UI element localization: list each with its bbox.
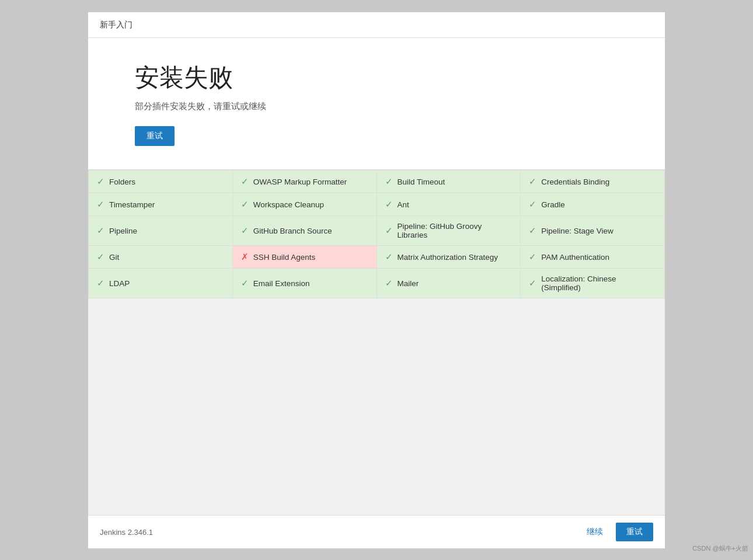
plugin-cell: ✓Email Extension (233, 269, 377, 298)
plugin-cell: ✓Folders (89, 171, 233, 193)
check-icon: ✓ (529, 199, 536, 210)
plugin-cell: ✓PAM Authentication (521, 246, 665, 269)
plugin-cell: ✓Build Timeout (377, 171, 521, 193)
plugin-name: Pipeline (109, 227, 137, 235)
check-icon: ✓ (97, 199, 104, 210)
content-spacer (88, 298, 665, 515)
plugin-cell: ✓Matrix Authorization Strategy (377, 246, 521, 269)
plugin-name: Gradle (541, 200, 565, 209)
plugin-cell: ✓Workspace Cleanup (233, 193, 377, 216)
plugin-name: OWASP Markup Formatter (253, 178, 347, 186)
plugin-cell: ✓Pipeline (89, 216, 233, 246)
plugin-cell: ✓Gradle (521, 193, 665, 216)
plugin-cell: ✓LDAP (89, 269, 233, 298)
jenkins-version: Jenkins 2.346.1 (100, 528, 153, 537)
plugin-name: Timestamper (109, 200, 155, 209)
plugin-cell: ✓OWASP Markup Formatter (233, 171, 377, 193)
plugin-name: Pipeline: GitHub Groovy Libraries (398, 222, 513, 239)
plugin-grid: ✓Folders✓OWASP Markup Formatter✓Build Ti… (88, 170, 665, 298)
check-icon: ✓ (529, 176, 536, 187)
retry-button-footer[interactable]: 重试 (616, 523, 653, 541)
check-icon: ✓ (97, 252, 104, 262)
check-icon: ✓ (241, 199, 249, 210)
plugin-cell: ✓Mailer (377, 269, 521, 298)
plugin-cell: ✓Timestamper (89, 193, 233, 216)
plugin-name: Ant (398, 200, 409, 209)
plugin-name: Build Timeout (398, 178, 445, 186)
plugin-cell: ✓Pipeline: GitHub Groovy Libraries (377, 216, 521, 246)
plugin-name: Localization: Chinese (Simplified) (541, 274, 656, 292)
check-icon: ✓ (97, 176, 104, 187)
check-icon: ✓ (97, 278, 104, 288)
plugin-cell: ✓Localization: Chinese (Simplified) (521, 269, 665, 298)
plugin-cell: ✗SSH Build Agents (233, 246, 377, 269)
check-icon: ✓ (385, 252, 393, 262)
check-icon: ✓ (385, 278, 393, 288)
install-fail-title: 安装失败 (135, 61, 618, 94)
plugin-name: PAM Authentication (541, 253, 609, 262)
plugin-name: Workspace Cleanup (253, 200, 324, 209)
check-icon: ✓ (241, 225, 249, 236)
plugin-name: Email Extension (253, 279, 310, 288)
check-icon: ✓ (385, 199, 393, 210)
plugin-name: LDAP (109, 279, 130, 288)
footer-bar: Jenkins 2.346.1 继续 重试 (88, 515, 665, 548)
plugin-name: SSH Build Agents (253, 253, 316, 262)
watermark: CSDN @蜗牛+火箭 (692, 544, 748, 553)
footer-actions: 继续 重试 (580, 523, 653, 541)
check-icon: ✓ (529, 252, 536, 262)
retry-button-top[interactable]: 重试 (135, 126, 175, 146)
plugin-cell: ✓Git (89, 246, 233, 269)
continue-button[interactable]: 继续 (580, 523, 610, 541)
plugin-name: GitHub Branch Source (253, 227, 332, 235)
x-icon: ✗ (241, 252, 249, 262)
plugin-cell: ✓GitHub Branch Source (233, 216, 377, 246)
check-icon: ✓ (241, 176, 249, 187)
plugin-cell: ✓Ant (377, 193, 521, 216)
check-icon: ✓ (97, 225, 104, 236)
plugin-name: Git (109, 253, 119, 262)
install-fail-subtitle: 部分插件安装失败，请重试或继续 (135, 101, 618, 112)
plugin-name: Pipeline: Stage View (541, 227, 613, 235)
plugin-cell: ✓Credentials Binding (521, 171, 665, 193)
check-icon: ✓ (529, 225, 536, 236)
plugin-cell: ✓Pipeline: Stage View (521, 216, 665, 246)
check-icon: ✓ (241, 278, 249, 288)
main-content-area: 安装失败 部分插件安装失败，请重试或继续 重试 (88, 38, 665, 170)
check-icon: ✓ (529, 278, 536, 288)
plugin-name: Matrix Authorization Strategy (398, 253, 498, 262)
header-bar: 新手入门 (88, 12, 665, 38)
check-icon: ✓ (385, 225, 393, 236)
header-title: 新手入门 (100, 20, 133, 29)
check-icon: ✓ (385, 176, 393, 187)
plugin-name: Mailer (398, 279, 419, 288)
plugin-name: Folders (109, 178, 135, 186)
plugin-name: Credentials Binding (541, 178, 609, 186)
